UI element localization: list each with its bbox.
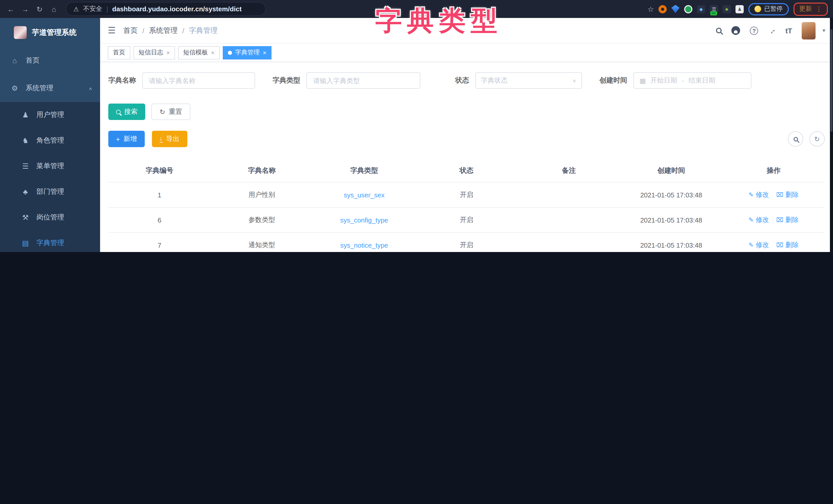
sidebar-item-system[interactable]: ⚙ 系统管理 ∧ xyxy=(0,74,100,102)
edit-link[interactable]: ✎修改 xyxy=(748,215,769,225)
browser-update-button[interactable]: 更新 ⋮ xyxy=(793,2,828,16)
sidebar-item-departments[interactable]: ♣ 部门管理 xyxy=(0,179,100,205)
close-icon[interactable]: × xyxy=(211,49,215,56)
browser-toolbar: ← → ↻ ⌂ ⚠ 不安全 | dashboard.yudao.iocoder.… xyxy=(0,0,833,18)
breadcrumb: 首页 / 系统管理 / 字典管理 xyxy=(123,26,218,35)
extension-icon-4[interactable]: ◆ xyxy=(697,5,705,13)
browser-home-icon[interactable]: ⌂ xyxy=(48,5,60,13)
sidebar-item-dict[interactable]: ▤ 字典管理 xyxy=(0,230,100,252)
table-row: 7 通知类型 sys_notice_type 开启 2021-01-05 17:… xyxy=(108,232,825,252)
avatar-caret-down-icon[interactable]: ▾ xyxy=(823,27,825,34)
tab-home[interactable]: 首页 xyxy=(108,46,130,59)
search-button[interactable]: 搜索 xyxy=(108,104,145,120)
breadcrumb-home[interactable]: 首页 xyxy=(123,26,138,35)
dict-type-link[interactable]: sys_notice_type xyxy=(313,232,415,252)
end-date-placeholder: 结束日期 xyxy=(689,76,715,85)
role-icon: ♞ xyxy=(21,136,30,145)
extension-icon-7[interactable]: ♟ xyxy=(736,5,744,13)
github-icon[interactable] xyxy=(732,26,740,35)
extension-icon-3[interactable] xyxy=(684,5,692,13)
edit-icon: ✎ xyxy=(748,242,754,249)
table-row: 1 用户性别 sys_user_sex 开启 2021-01-05 17:03:… xyxy=(108,182,825,207)
not-secure-label: 不安全 xyxy=(83,5,102,13)
fullscreen-icon[interactable]: ↔ xyxy=(766,25,778,36)
sidebar-item-menus[interactable]: ☰ 菜单管理 xyxy=(0,153,100,179)
close-icon[interactable]: × xyxy=(263,49,266,56)
dict-name-label: 字典名称 xyxy=(108,76,136,85)
reset-button[interactable]: ↻ 重置 xyxy=(151,104,190,120)
edit-icon: ✎ xyxy=(748,217,754,224)
address-bar[interactable]: ⚠ 不安全 | dashboard.yudao.iocoder.cn/syste… xyxy=(66,2,266,16)
sidebar-item-roles[interactable]: ♞ 角色管理 xyxy=(0,128,100,153)
page-content: 字典名称 字典类型 状态 字典状态 ∨ 创建时间 ▦ 开始日期 xyxy=(100,62,833,252)
status-select[interactable]: 字典状态 ∨ xyxy=(475,72,582,89)
breadcrumb-system[interactable]: 系统管理 xyxy=(149,26,177,35)
extension-on-badge: on xyxy=(710,11,717,15)
font-size-icon[interactable]: tT xyxy=(786,26,792,34)
gear-icon: ⚙ xyxy=(10,84,19,92)
reset-icon: ↻ xyxy=(160,108,165,116)
sidebar-toggle-icon[interactable]: ☰ xyxy=(108,25,116,36)
scrollbar-thumb[interactable] xyxy=(830,29,832,132)
edit-icon: ✎ xyxy=(748,191,754,198)
date-range-picker[interactable]: ▦ 开始日期 - 结束日期 xyxy=(633,72,752,89)
logo-image xyxy=(14,26,27,39)
dict-name-input[interactable] xyxy=(142,72,255,89)
dict-type-input[interactable] xyxy=(306,72,420,89)
browser-forward-icon[interactable]: → xyxy=(20,5,31,13)
chevron-down-icon: ∨ xyxy=(572,78,576,83)
dict-table: 字典编号 字典名称 字典类型 状态 备注 创建时间 操作 1 用户性别 xyxy=(108,159,825,252)
search-icon[interactable] xyxy=(716,28,722,33)
browser-back-icon[interactable]: ← xyxy=(5,5,17,13)
tab-sms-log[interactable]: 短信日志 × xyxy=(134,46,175,59)
browser-reload-icon[interactable]: ↻ xyxy=(34,5,45,13)
user-avatar[interactable] xyxy=(802,22,816,39)
delete-link[interactable]: ⌧删除 xyxy=(776,215,799,225)
browser-menu-icon[interactable]: ⋮ xyxy=(815,5,822,13)
dict-type-link[interactable]: sys_config_type xyxy=(313,207,415,232)
dict-type-link[interactable]: sys_user_sex xyxy=(313,182,415,207)
user-icon: ♟ xyxy=(21,111,30,119)
date-range-separator: - xyxy=(682,77,684,84)
sidebar-item-posts[interactable]: ⚒ 岗位管理 xyxy=(0,205,100,230)
toggle-search-button[interactable] xyxy=(788,131,803,147)
create-time-label: 创建时间 xyxy=(599,76,627,85)
not-secure-warning-icon: ⚠ xyxy=(73,5,79,12)
trash-icon: ⌧ xyxy=(776,191,783,198)
extension-icon-1[interactable] xyxy=(659,5,667,13)
extension-icon-6[interactable]: ♣ xyxy=(723,5,731,13)
tags-view-bar: 首页 短信日志 × 短信模板 × 字典管理 × xyxy=(100,44,833,62)
chevron-up-icon: ∧ xyxy=(89,86,92,91)
tab-sms-template[interactable]: 短信模板 × xyxy=(178,46,220,59)
profile-paused-badge[interactable]: 已暂停 xyxy=(748,3,789,15)
menu-list-icon: ☰ xyxy=(21,162,30,170)
extension-icon-2[interactable] xyxy=(671,5,680,13)
extension-icon-5[interactable]: ☰on xyxy=(710,5,718,13)
table-header-row: 字典编号 字典名称 字典类型 状态 备注 创建时间 操作 xyxy=(108,159,825,182)
sidebar-item-home[interactable]: ⌂ 首页 xyxy=(0,47,100,74)
col-remark: 备注 xyxy=(518,159,620,182)
close-icon[interactable]: × xyxy=(166,49,170,56)
edit-link[interactable]: ✎修改 xyxy=(748,241,769,250)
dict-type-label: 字典类型 xyxy=(272,76,300,85)
col-dict-name: 字典名称 xyxy=(211,159,313,182)
tab-dict-active[interactable]: 字典管理 × xyxy=(223,46,271,59)
refresh-button[interactable]: ↻ xyxy=(809,131,825,147)
col-actions: 操作 xyxy=(722,159,825,182)
home-icon: ⌂ xyxy=(10,56,19,65)
plus-icon: + xyxy=(116,135,120,143)
edit-link[interactable]: ✎修改 xyxy=(748,190,769,199)
post-badge-icon: ⚒ xyxy=(21,213,30,222)
delete-link[interactable]: ⌧删除 xyxy=(776,190,799,199)
download-icon: ↓ xyxy=(159,135,163,143)
status-text: 开启 xyxy=(415,182,518,207)
delete-link[interactable]: ⌧删除 xyxy=(776,241,799,250)
sidebar-item-users[interactable]: ♟ 用户管理 xyxy=(0,102,100,128)
export-button[interactable]: ↓ 导出 xyxy=(152,131,187,147)
help-icon[interactable]: ? xyxy=(750,26,758,34)
browser-scrollbar[interactable] xyxy=(830,18,833,252)
bookmark-star-icon[interactable]: ☆ xyxy=(647,5,654,13)
sidebar: 芋道管理系统 ⌂ 首页 ⚙ 系统管理 ∧ ♟ 用户管理 ♞ 角色管理 ☰ 菜单管… xyxy=(0,18,100,252)
add-button[interactable]: + 新增 xyxy=(108,131,144,147)
app-logo[interactable]: 芋道管理系统 xyxy=(0,18,100,47)
